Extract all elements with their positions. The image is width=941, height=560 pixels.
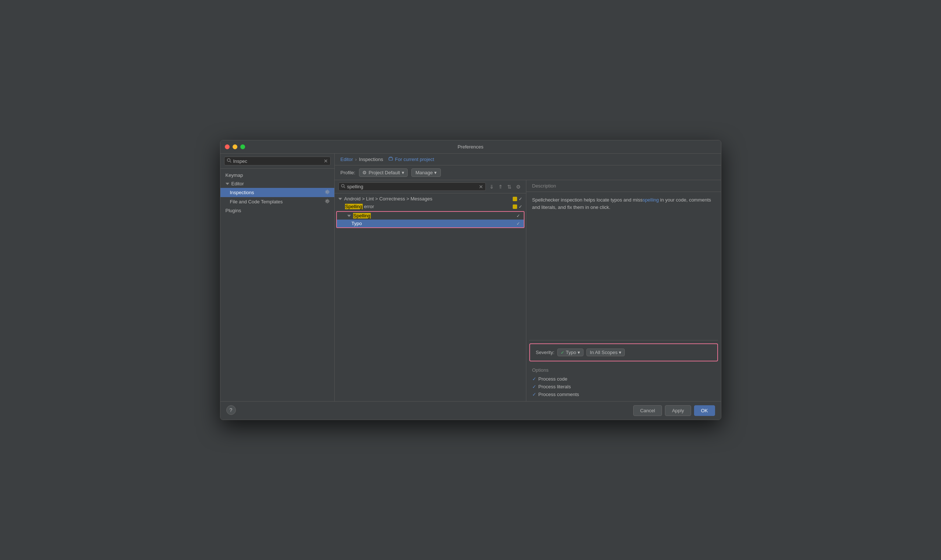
profile-label: Profile:: [340, 170, 355, 175]
svg-line-6: [344, 187, 345, 188]
scope-value: In All Scopes: [590, 350, 618, 355]
inspections-label: Inspections: [230, 190, 254, 195]
inspections-toolbar: Profile: ⚙ Project Default ▾ Manage ▾: [335, 165, 721, 180]
desc-header: Description: [526, 180, 721, 192]
severity-value: Typo: [566, 350, 576, 355]
profile-select-dropdown[interactable]: ⚙ Project Default ▾: [359, 168, 408, 177]
profile-icon: ⚙: [362, 170, 367, 175]
process-code-label: Process code: [539, 376, 568, 382]
insp-item-spelling-error[interactable]: Spelling error ✓: [335, 203, 526, 210]
titlebar: Preferences: [220, 140, 721, 154]
severity-label: Severity:: [536, 350, 555, 355]
sidebar-search-input[interactable]: Inspec: [233, 158, 322, 164]
manage-button[interactable]: Manage ▾: [411, 168, 441, 177]
typo-label: Typo: [352, 221, 362, 226]
help-button[interactable]: ?: [226, 405, 236, 415]
insp-item-spelling[interactable]: Spelling ✓: [337, 212, 524, 220]
sidebar-search-wrap[interactable]: Inspec ✕: [224, 157, 331, 165]
group-arrow-icon: [338, 198, 342, 200]
editor-label: Editor: [231, 181, 244, 186]
sidebar-item-plugins[interactable]: Plugins: [220, 206, 334, 215]
severity-check-icon: ✓: [561, 350, 564, 355]
minimize-button[interactable]: [233, 145, 237, 149]
option-process-literals: ✓ Process literals: [532, 383, 715, 391]
right-panel: Editor › Inspections For current project…: [335, 154, 721, 401]
filter-settings-btn[interactable]: ⚙: [514, 183, 522, 191]
process-comments-label: Process comments: [539, 392, 579, 397]
filter-input-wrap[interactable]: spelling ✕: [338, 182, 486, 191]
spelling-label: Spelling: [353, 213, 371, 218]
bottom-bar: ? Cancel Apply OK: [220, 401, 721, 420]
desc-text-highlight: spelling: [642, 197, 659, 203]
manage-label: Manage: [416, 170, 433, 175]
profile-dropdown-arrow: ▾: [402, 170, 404, 175]
filter-sort-btn[interactable]: ⇅: [506, 183, 513, 191]
svg-point-3: [326, 200, 328, 202]
sidebar-item-editor[interactable]: Editor: [220, 179, 334, 188]
cancel-button[interactable]: Cancel: [633, 405, 662, 416]
severity-arrow: ▾: [578, 350, 580, 355]
sidebar-item-inspections[interactable]: Inspections: [220, 188, 334, 197]
process-literals-check-icon: ✓: [532, 384, 536, 389]
svg-point-5: [341, 184, 344, 187]
options-section: Options ✓ Process code ✓ Process literal…: [526, 365, 721, 401]
maximize-button[interactable]: [240, 145, 245, 149]
spelling-group-outline: Spelling ✓ Typo ✓: [336, 211, 525, 228]
insp-item-typo[interactable]: Typo ✓: [337, 220, 524, 227]
options-title: Options: [532, 367, 715, 373]
svg-rect-4: [389, 158, 393, 160]
inspections-gear-icon: [325, 189, 330, 195]
filter-collapse-btn[interactable]: ⇑: [497, 183, 504, 191]
search-icon: [227, 158, 231, 164]
severity-section: Severity: ✓ Typo ▾ In All Scopes ▾: [529, 343, 718, 362]
sidebar-item-keymap[interactable]: Keymap: [220, 171, 334, 179]
sidebar-item-file-code-templates[interactable]: File and Code Templates: [220, 197, 334, 206]
sidebar-tree: Keymap Editor Inspections F: [220, 169, 334, 401]
process-comments-check-icon: ✓: [532, 392, 536, 397]
process-literals-label: Process literals: [539, 384, 571, 389]
window-controls: [225, 145, 245, 149]
filter-clear-icon[interactable]: ✕: [479, 184, 483, 189]
desc-panel: Description Spellchecker inspection help…: [526, 180, 721, 401]
breadcrumb-editor[interactable]: Editor: [340, 157, 353, 162]
typo-check: ✓: [516, 221, 520, 226]
filter-search-icon: [341, 184, 345, 189]
file-code-label: File and Code Templates: [230, 199, 283, 205]
severity-dropdown[interactable]: ✓ Typo ▾: [557, 349, 584, 356]
inspections-list: Android > Lint > Correctness > Messages …: [335, 194, 526, 401]
main-content: Inspec ✕ Keymap Editor Inspections: [220, 154, 721, 401]
ok-button[interactable]: OK: [694, 405, 715, 416]
breadcrumb-inspections: Inspections: [359, 157, 383, 162]
spelling-error-color: [513, 205, 517, 209]
project-icon: [388, 157, 393, 162]
close-button[interactable]: [225, 145, 229, 149]
spelling-arrow-icon: [347, 215, 351, 217]
insp-group-android-lint[interactable]: Android > Lint > Correctness > Messages …: [335, 195, 526, 203]
filter-expand-btn[interactable]: ⇓: [488, 183, 495, 191]
scope-arrow: ▾: [619, 350, 621, 355]
spelling-error-label: Spelling error: [345, 204, 374, 209]
spelling-error-checkbox: ✓: [513, 204, 522, 209]
spelling-check: ✓: [516, 213, 520, 218]
desc-text-before: Spellchecker inspection helps locate typ…: [532, 197, 643, 203]
profile-name: Project Default: [368, 170, 400, 175]
breadcrumb: Editor › Inspections For current project: [335, 154, 721, 165]
clear-search-icon[interactable]: ✕: [323, 158, 328, 163]
apply-button[interactable]: Apply: [665, 405, 691, 416]
group-checkbox-area: ✓: [513, 196, 522, 202]
filter-bar: spelling ✕ ⇓ ⇑ ⇅ ⚙: [335, 180, 526, 194]
filter-input[interactable]: spelling: [347, 184, 477, 189]
window-title: Preferences: [457, 144, 483, 149]
svg-point-0: [227, 159, 230, 162]
sidebar-search-bar: Inspec ✕: [220, 154, 334, 169]
desc-divider: [529, 340, 718, 340]
breadcrumb-project[interactable]: For current project: [395, 157, 434, 162]
filter-actions: ⇓ ⇑ ⇅ ⚙: [488, 183, 522, 191]
left-list-panel: spelling ✕ ⇓ ⇑ ⇅ ⚙: [335, 180, 526, 401]
group-label: Android > Lint > Correctness > Messages: [344, 196, 433, 202]
scope-dropdown[interactable]: In All Scopes ▾: [587, 349, 625, 356]
breadcrumb-sep1: ›: [355, 157, 356, 162]
option-process-code: ✓ Process code: [532, 375, 715, 383]
group-check: ✓: [519, 196, 522, 202]
spelling-error-check: ✓: [519, 204, 522, 209]
